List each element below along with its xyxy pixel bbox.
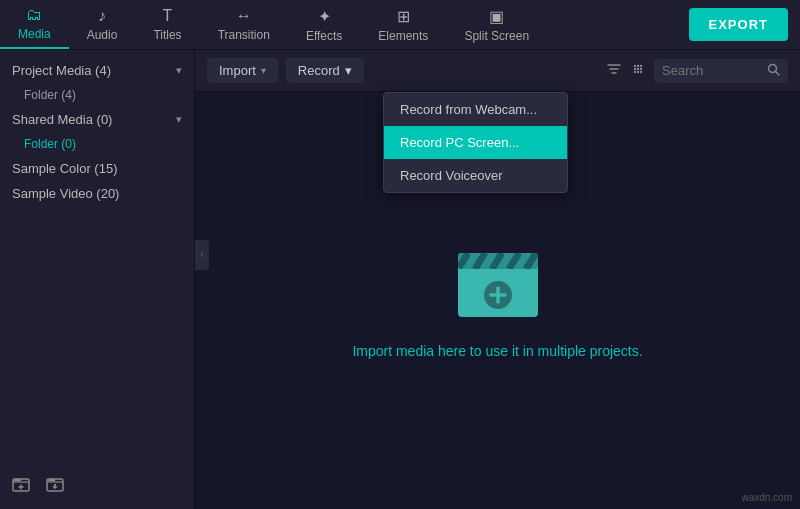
svg-point-9	[640, 68, 642, 70]
nav-item-media[interactable]: 🗂 Media	[0, 0, 69, 49]
svg-point-6	[640, 65, 642, 67]
folder-link-label: Folder (0)	[24, 137, 76, 151]
filter-icon[interactable]	[606, 61, 622, 80]
svg-point-7	[634, 68, 636, 70]
effects-icon: ✦	[318, 7, 331, 26]
search-icon	[767, 63, 780, 79]
transition-icon: ↔	[236, 7, 252, 25]
nav-item-audio[interactable]: ♪ Audio	[69, 0, 136, 49]
import-button[interactable]: Import ▾	[207, 58, 278, 83]
record-dropdown-menu: Record from Webcam... Record PC Screen..…	[383, 92, 568, 193]
nav-label-audio: Audio	[87, 28, 118, 42]
record-pcscreen-item[interactable]: Record PC Screen...	[384, 126, 567, 159]
sidebar-bottom-actions	[0, 471, 195, 501]
new-folder-icon[interactable]	[12, 475, 30, 497]
content-area: Import ▾ Record ▾	[195, 50, 800, 509]
svg-point-10	[634, 71, 636, 73]
nav-label-titles: Titles	[153, 28, 181, 42]
clapperboard-icon	[453, 243, 543, 323]
nav-item-titles[interactable]: T Titles	[135, 0, 199, 49]
search-input[interactable]	[662, 63, 762, 78]
import-label: Import	[219, 63, 256, 78]
titles-icon: T	[163, 7, 173, 25]
sidebar-item-folder[interactable]: Folder (4)	[0, 83, 194, 107]
top-navigation: 🗂 Media ♪ Audio T Titles ↔ Transition ✦ …	[0, 0, 800, 50]
project-media-label: Project Media (4)	[12, 63, 111, 78]
svg-line-14	[776, 71, 780, 75]
sample-video-label: Sample Video (20)	[12, 186, 119, 201]
sidebar-item-sample-video[interactable]: Sample Video (20)	[0, 181, 194, 206]
svg-point-4	[634, 65, 636, 67]
elements-icon: ⊞	[397, 7, 410, 26]
sample-color-label: Sample Color (15)	[12, 161, 118, 176]
import-folder-icon[interactable]	[46, 475, 64, 497]
grid-icon[interactable]	[630, 61, 646, 80]
toolbar: Import ▾ Record ▾	[195, 50, 800, 92]
nav-item-elements[interactable]: ⊞ Elements	[360, 0, 446, 49]
media-icon: 🗂	[26, 6, 42, 24]
svg-point-5	[637, 65, 639, 67]
record-button[interactable]: Record ▾	[286, 58, 364, 83]
toolbar-right	[606, 59, 788, 83]
sidebar-item-folder-link[interactable]: Folder (0)	[0, 132, 194, 156]
import-chevron-icon: ▾	[261, 65, 266, 76]
sidebar-item-project-media[interactable]: Project Media (4) ▾	[0, 58, 194, 83]
audio-icon: ♪	[98, 7, 106, 25]
sidebar-item-sample-color[interactable]: Sample Color (15)	[0, 156, 194, 181]
watermark: waxdn.com	[741, 492, 792, 503]
svg-point-11	[637, 71, 639, 73]
export-button[interactable]: EXPORT	[689, 8, 788, 41]
record-chevron-icon: ▾	[345, 63, 352, 78]
folder-label: Folder (4)	[24, 88, 76, 102]
record-voiceover-item[interactable]: Record Voiceover	[384, 159, 567, 192]
svg-point-8	[637, 68, 639, 70]
record-label: Record	[298, 63, 340, 78]
splitscreen-icon: ▣	[489, 7, 504, 26]
nav-label-media: Media	[18, 27, 51, 41]
shared-media-label: Shared Media (0)	[12, 112, 112, 127]
import-hint-text: Import media here to use it in multiple …	[352, 343, 642, 359]
nav-item-splitscreen[interactable]: ▣ Split Screen	[446, 0, 547, 49]
nav-label-transition: Transition	[218, 28, 270, 42]
sidebar: Project Media (4) ▾ Folder (4) Shared Me…	[0, 50, 195, 509]
svg-point-12	[640, 71, 642, 73]
chevron-icon-2: ▾	[176, 113, 182, 126]
chevron-icon: ▾	[176, 64, 182, 77]
search-box	[654, 59, 788, 83]
nav-label-splitscreen: Split Screen	[464, 29, 529, 43]
nav-label-effects: Effects	[306, 29, 342, 43]
nav-label-elements: Elements	[378, 29, 428, 43]
sidebar-item-shared-media[interactable]: Shared Media (0) ▾	[0, 107, 194, 132]
sidebar-collapse-handle[interactable]: ‹	[195, 240, 209, 270]
nav-item-transition[interactable]: ↔ Transition	[200, 0, 288, 49]
main-layout: Project Media (4) ▾ Folder (4) Shared Me…	[0, 50, 800, 509]
record-webcam-item[interactable]: Record from Webcam...	[384, 93, 567, 126]
nav-item-effects[interactable]: ✦ Effects	[288, 0, 360, 49]
